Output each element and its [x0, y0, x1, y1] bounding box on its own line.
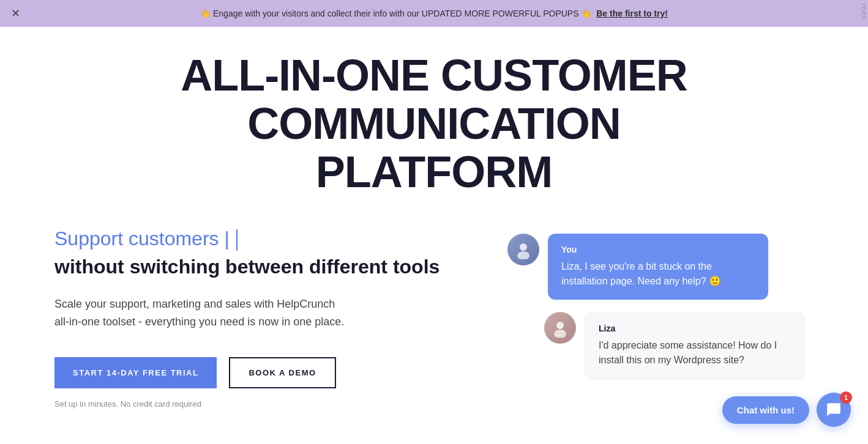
tagline-black: without switching between different tool…: [54, 256, 471, 278]
ycps-label: YCPS: [859, 0, 868, 23]
cursor: [236, 229, 238, 251]
hero-heading: ALL-IN-ONE CUSTOMER COMMUNICATION PLATFO…: [159, 51, 709, 197]
chat-widget: Chat with us! 1: [722, 393, 851, 427]
svg-point-2: [556, 322, 564, 329]
description: Scale your support, marketing and sales …: [54, 295, 385, 331]
right-column: You Liza, I see you're a bit stuck on th…: [507, 221, 814, 379]
liza-message-text: I'd appreciate some assistance! How do I…: [599, 338, 791, 368]
two-column-section: Support customers | without switching be…: [18, 221, 850, 409]
setup-note: Set up in minutes. No credit card requir…: [54, 399, 471, 409]
svg-point-0: [520, 243, 527, 251]
book-demo-button[interactable]: BOOK A DEMO: [229, 357, 335, 388]
notification-badge: 1: [840, 391, 852, 404]
avatar-liza: [544, 312, 576, 344]
main-content: ALL-IN-ONE CUSTOMER COMMUNICATION PLATFO…: [0, 27, 868, 409]
cta-buttons: START 14-DAY FREE TRIAL BOOK A DEMO: [54, 357, 471, 388]
chat-bubble-icon: [826, 402, 842, 418]
you-sender-name: You: [561, 245, 755, 254]
chat-message-you: You Liza, I see you're a bit stuck on th…: [507, 234, 814, 300]
svg-point-3: [554, 330, 566, 338]
svg-point-1: [517, 251, 529, 259]
start-trial-button[interactable]: START 14-DAY FREE TRIAL: [54, 357, 217, 388]
you-message-text: Liza, I see you're a bit stuck on the in…: [561, 259, 755, 289]
banner-text: 👋 Engage with your visitors and collect …: [200, 9, 668, 18]
bubble-you: You Liza, I see you're a bit stuck on th…: [548, 234, 768, 300]
liza-sender-name: Liza: [599, 324, 791, 333]
chat-with-us-button[interactable]: Chat with us!: [722, 396, 809, 424]
chat-icon-button[interactable]: 1: [817, 393, 851, 427]
bubble-liza: Liza I'd appreciate some assistance! How…: [585, 312, 805, 379]
banner-cta-link[interactable]: Be the first to try!: [596, 9, 668, 18]
left-column: Support customers | without switching be…: [54, 221, 471, 409]
chat-message-liza: Liza I'd appreciate some assistance! How…: [544, 312, 814, 379]
tagline-blue: Support customers |: [54, 228, 471, 251]
avatar-you: [507, 234, 539, 265]
top-banner: ✕ 👋 Engage with your visitors and collec…: [0, 0, 868, 27]
close-banner-button[interactable]: ✕: [11, 8, 20, 19]
